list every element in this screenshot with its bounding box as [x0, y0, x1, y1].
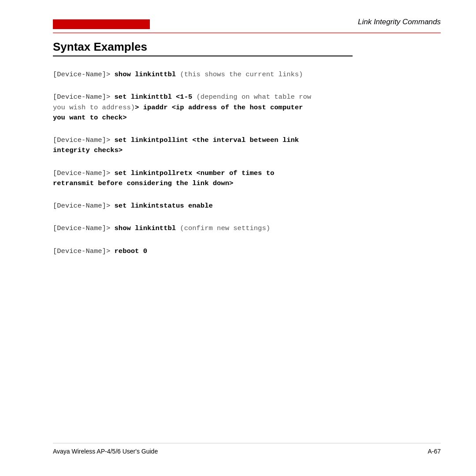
header-title: Link Integrity Commands [358, 18, 441, 26]
code-line-3a: [Device-Name]> set linkintpollint <the i… [53, 135, 441, 145]
code-cmd-5: set linkintstatus enable [115, 202, 213, 210]
code-cmd-4b: retransmit before considering the link d… [53, 179, 233, 187]
footer-right-text: A-67 [428, 448, 441, 455]
code-cmd-1: show linkinttbl [115, 71, 176, 78]
code-prefix-6: [Device-Name]> [53, 224, 115, 232]
header-area: Link Integrity Commands [53, 18, 441, 29]
header-divider [53, 33, 441, 33]
code-line-2b: you wish to address)> ipaddr <ip address… [53, 103, 441, 113]
code-prefix-5: [Device-Name]> [53, 202, 115, 210]
code-cmd-2b: > ipaddr <ip address of the host compute… [135, 104, 303, 112]
code-prefix-2: [Device-Name]> [53, 93, 115, 101]
code-cmd-4a: set linkintpollretx <number of times to [115, 169, 275, 177]
code-prefix-4: [Device-Name]> [53, 169, 115, 177]
footer: Avaya Wireless AP-4/5/6 User's Guide A-6… [53, 443, 441, 455]
code-cmd-3b: integrity checks> [53, 146, 123, 154]
page-container: Link Integrity Commands Syntax Examples … [0, 0, 476, 476]
code-line-5: [Device-Name]> set linkintstatus enable [53, 201, 441, 211]
code-prefix-3: [Device-Name]> [53, 136, 115, 144]
code-block-6: [Device-Name]> show linkinttbl (confirm … [53, 223, 441, 234]
code-cmd-2a: set linkinttbl <1-5 [115, 93, 193, 101]
code-block-2: [Device-Name]> set linkinttbl <1-5 (depe… [53, 92, 441, 123]
code-line-4b: retransmit before considering the link d… [53, 178, 441, 189]
code-line-4a: [Device-Name]> set linkintpollretx <numb… [53, 168, 441, 178]
code-comment-6: (confirm new settings) [176, 224, 270, 232]
code-cmd-3a: set linkintpollint <the interval between… [115, 136, 299, 144]
code-cmd-6: show linkinttbl [115, 224, 176, 232]
code-line-6: [Device-Name]> show linkinttbl (confirm … [53, 223, 441, 234]
code-line-2a: [Device-Name]> set linkinttbl <1-5 (depe… [53, 92, 441, 102]
code-line-7: [Device-Name]> reboot 0 [53, 246, 441, 257]
code-cmd-7: reboot 0 [115, 247, 147, 255]
code-block-5: [Device-Name]> set linkintstatus enable [53, 201, 441, 211]
code-block-4: [Device-Name]> set linkintpollretx <numb… [53, 168, 441, 189]
code-prefix-1: [Device-Name]> [53, 71, 115, 78]
section-heading: Syntax Examples [53, 40, 353, 56]
code-line-3b: integrity checks> [53, 145, 441, 156]
code-block-3: [Device-Name]> set linkintpollint <the i… [53, 135, 441, 156]
code-cmd-2c: you want to check> [53, 114, 126, 122]
code-comment-2a: (depending on what table row [192, 93, 311, 101]
code-prefix-7: [Device-Name]> [53, 247, 115, 255]
code-block-7: [Device-Name]> reboot 0 [53, 246, 441, 257]
code-line-2c: you want to check> [53, 113, 441, 123]
code-comment-1: (this shows the current links) [176, 71, 303, 78]
code-area: [Device-Name]> show linkinttbl (this sho… [53, 70, 441, 257]
code-block-1: [Device-Name]> show linkinttbl (this sho… [53, 70, 441, 80]
red-bar-decoration [53, 19, 150, 29]
footer-left-text: Avaya Wireless AP-4/5/6 User's Guide [53, 448, 158, 455]
code-line-1: [Device-Name]> show linkinttbl (this sho… [53, 70, 441, 80]
code-comment-2b: you wish to address) [53, 104, 135, 112]
